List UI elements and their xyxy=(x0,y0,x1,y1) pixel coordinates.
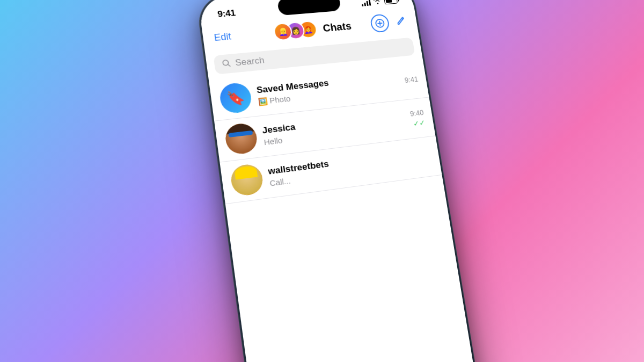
dynamic-island xyxy=(277,0,341,16)
status-time: 9:41 xyxy=(217,8,236,20)
phone-screen: 9:41 xyxy=(198,0,482,362)
read-tick-icon: ✓✓ xyxy=(413,118,426,128)
avatar-stack: 👱‍♀️ 👩 👩‍🦰 xyxy=(273,20,318,41)
signal-bars-icon xyxy=(361,0,371,6)
chat-list: 🔖 Saved Messages 🖼️ Photo 9:41 xyxy=(209,59,442,204)
wallstreetbets-avatar xyxy=(229,163,264,197)
search-icon xyxy=(222,59,232,69)
nav-title: Chats xyxy=(322,20,352,34)
phone-outer-shell: 9:41 xyxy=(195,0,485,362)
jessica-avatar xyxy=(224,122,259,155)
saved-messages-info: Saved Messages 🖼️ Photo xyxy=(256,71,400,106)
saved-messages-avatar: 🔖 xyxy=(218,82,253,114)
jessica-face xyxy=(224,122,259,155)
search-placeholder: Search xyxy=(235,55,265,68)
bookmark-icon: 🔖 xyxy=(226,89,246,107)
nav-actions xyxy=(370,12,408,33)
wifi-icon xyxy=(373,0,382,5)
photo-emoji-icon: 🖼️ xyxy=(258,97,268,106)
phone-mockup: 9:41 xyxy=(195,0,485,362)
nav-center: 👱‍♀️ 👩 👩‍🦰 Chats xyxy=(273,17,353,41)
jessica-meta: 9:40 ✓✓ xyxy=(409,108,426,128)
status-icons xyxy=(361,0,398,6)
battery-icon xyxy=(384,0,398,4)
saved-messages-meta: 9:41 xyxy=(404,75,419,84)
saved-messages-time: 9:41 xyxy=(404,75,419,84)
jessica-time: 9:40 xyxy=(409,108,425,118)
edit-button[interactable]: Edit xyxy=(214,31,232,43)
jessica-info: Jessica Hello xyxy=(261,110,406,147)
compose-button[interactable] xyxy=(394,15,407,28)
wallstreetbets-face xyxy=(229,163,264,197)
new-chat-button[interactable] xyxy=(370,13,391,33)
